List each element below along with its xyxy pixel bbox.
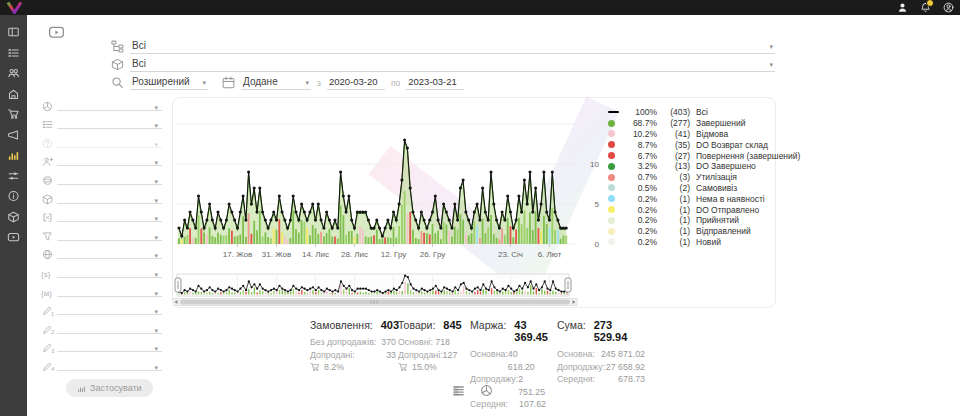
filter-custom-2-select[interactable] bbox=[57, 333, 162, 334]
filter-custom-1-select[interactable] bbox=[57, 314, 162, 315]
chart-legend: 100%(403)Всі68.7%(277)Завершений10.2%(41… bbox=[608, 107, 800, 247]
legend-item-12[interactable]: 0.2%(1)Новий bbox=[608, 237, 800, 248]
dot-swatch bbox=[608, 152, 615, 159]
chevron-down-icon: ▾ bbox=[202, 78, 206, 87]
legend-count: (277) bbox=[657, 118, 690, 128]
apply-button[interactable]: Застосувати bbox=[66, 379, 153, 397]
filter-custom-2-row: 2▾ bbox=[40, 319, 165, 338]
filter-funnel-select[interactable] bbox=[57, 240, 162, 241]
sidebar-item-sales-cart[interactable] bbox=[7, 108, 20, 120]
filter-sphere-icon bbox=[42, 175, 53, 186]
search-mode-select[interactable]: Розширений ▾ bbox=[130, 76, 208, 90]
filter-sphere-select[interactable] bbox=[57, 184, 162, 185]
legend-percent: 68.7% bbox=[623, 118, 657, 128]
legend-count: (3) bbox=[657, 172, 690, 182]
sidebar-item-products[interactable] bbox=[7, 211, 20, 223]
shop-icon bbox=[7, 88, 20, 100]
legend-item-6[interactable]: 0.7%(3)Утилізація bbox=[608, 172, 800, 183]
legend-percent: 0.2% bbox=[623, 226, 657, 236]
table-view-icon[interactable] bbox=[452, 384, 465, 397]
stat-sub-label: Основна: bbox=[470, 348, 508, 373]
filter-custom-4-select[interactable] bbox=[57, 370, 162, 371]
legend-count: (1) bbox=[657, 205, 690, 215]
pie-view-icon[interactable] bbox=[480, 384, 493, 397]
app-root: Всі ▾ Всі ▾ Розширений ▾ Додане ▾ з 2020… bbox=[0, 0, 960, 416]
legend-item-10[interactable]: 0.2%(1)Прийнятий bbox=[608, 215, 800, 226]
filter-code-row: ▾ bbox=[40, 208, 165, 227]
date-from-input[interactable]: 2020-03-20 bbox=[327, 76, 385, 90]
dot-swatch bbox=[608, 141, 615, 148]
legend-item-4[interactable]: 6.7%(27)Повернення (завершений) bbox=[608, 150, 800, 161]
sidebar-item-orders[interactable] bbox=[7, 47, 20, 59]
sidebar-item-dashboard[interactable] bbox=[7, 26, 20, 38]
account-circle-icon[interactable] bbox=[943, 2, 954, 13]
filter-segments-select[interactable] bbox=[57, 110, 162, 111]
filter-var-s-select[interactable] bbox=[57, 277, 162, 278]
topbar bbox=[0, 0, 960, 15]
chart-scrollbar[interactable] bbox=[173, 299, 577, 306]
filter-custom-4-row: 4▾ bbox=[40, 356, 165, 375]
legend-item-7[interactable]: 0.5%(2)Самовивіз bbox=[608, 183, 800, 194]
chart-navigator[interactable] bbox=[175, 274, 571, 296]
legend-label: DO Возврат склад bbox=[690, 140, 768, 150]
app-logo-icon[interactable] bbox=[6, 1, 23, 14]
video-help-icon bbox=[7, 231, 20, 243]
legend-item-8[interactable]: 0.2%(1)Нема в наявності bbox=[608, 193, 800, 204]
filter-code-select[interactable] bbox=[57, 221, 162, 222]
status-filter-select[interactable]: Всі ▾ bbox=[130, 40, 775, 54]
legend-label: Утилізація bbox=[690, 172, 737, 182]
filter-var-m-row: {м}▾ bbox=[40, 282, 165, 301]
notifications-bell-icon[interactable] bbox=[920, 2, 931, 13]
filter-var-m-select[interactable] bbox=[57, 296, 162, 297]
stat-sub-value: 8.2% bbox=[324, 361, 344, 374]
stat-sub-label: Допродані: bbox=[398, 349, 443, 362]
legend-item-0[interactable]: 100%(403)Всі bbox=[608, 107, 800, 118]
sidebar-item-info[interactable] bbox=[7, 190, 20, 202]
sidebar-item-shop[interactable] bbox=[7, 88, 20, 100]
stat-sub-value: 370 bbox=[381, 336, 396, 349]
svg-text:28. Лис: 28. Лис bbox=[341, 250, 368, 259]
filter-list-select[interactable] bbox=[57, 128, 162, 129]
navigator-handle-left[interactable] bbox=[175, 278, 181, 292]
legend-percent: 10.2% bbox=[623, 129, 657, 139]
filter-funnel-row: ▾ bbox=[40, 226, 165, 245]
cart-icon bbox=[398, 362, 408, 372]
date-field-value: Додане bbox=[243, 76, 278, 87]
chevron-down-icon: ▾ bbox=[154, 197, 158, 205]
legend-item-3[interactable]: 8.7%(35)DO Возврат склад bbox=[608, 139, 800, 150]
sidebar-item-statistics[interactable] bbox=[7, 149, 20, 161]
svg-text:12. Гру: 12. Гру bbox=[381, 250, 407, 259]
filter-custom-3-select[interactable] bbox=[57, 351, 162, 352]
sidebar-item-video-help[interactable] bbox=[7, 231, 20, 243]
chevron-down-icon: ▾ bbox=[154, 271, 158, 279]
filter-product-select[interactable] bbox=[57, 203, 162, 204]
filter-help-select[interactable] bbox=[57, 147, 162, 148]
date-field-select[interactable]: Додане ▾ bbox=[241, 76, 311, 90]
stat-value: 273 529.94 bbox=[594, 319, 645, 343]
legend-item-2[interactable]: 10.2%(41)Відмова bbox=[608, 129, 800, 140]
info-icon bbox=[7, 190, 20, 202]
legend-label: DO Отправлено bbox=[690, 205, 759, 215]
chevron-down-icon: ▾ bbox=[305, 78, 309, 87]
filter-site-select[interactable] bbox=[57, 258, 162, 259]
filter-manager-select[interactable] bbox=[57, 165, 162, 166]
legend-item-9[interactable]: 0.2%(1)DO Отправлено bbox=[608, 204, 800, 215]
legend-item-1[interactable]: 68.7%(277)Завершений bbox=[608, 118, 800, 129]
dot-swatch bbox=[608, 184, 615, 191]
legend-item-11[interactable]: 0.2%(1)Відправлений bbox=[608, 226, 800, 237]
sidebar-item-clients[interactable] bbox=[7, 67, 20, 79]
sidebar-item-automation[interactable] bbox=[7, 170, 20, 182]
legend-count: (1) bbox=[657, 226, 690, 236]
legend-item-5[interactable]: 3.2%(13)DO Завершено bbox=[608, 161, 800, 172]
profile-icon[interactable] bbox=[897, 2, 908, 13]
svg-text:26. Гру: 26. Гру bbox=[420, 250, 446, 259]
filter-segments-icon bbox=[42, 101, 53, 112]
date-to-input[interactable]: 2023-03-21 bbox=[406, 76, 464, 90]
product-filter-select[interactable]: Всі ▾ bbox=[130, 58, 775, 72]
help-video-button[interactable] bbox=[46, 24, 67, 40]
navigator-handle-right[interactable] bbox=[565, 278, 571, 292]
bar-chart-icon bbox=[77, 384, 86, 393]
legend-label: Повернення (завершений) bbox=[690, 151, 800, 161]
filter-site-icon bbox=[42, 249, 53, 260]
sidebar-item-marketing[interactable] bbox=[7, 129, 20, 141]
